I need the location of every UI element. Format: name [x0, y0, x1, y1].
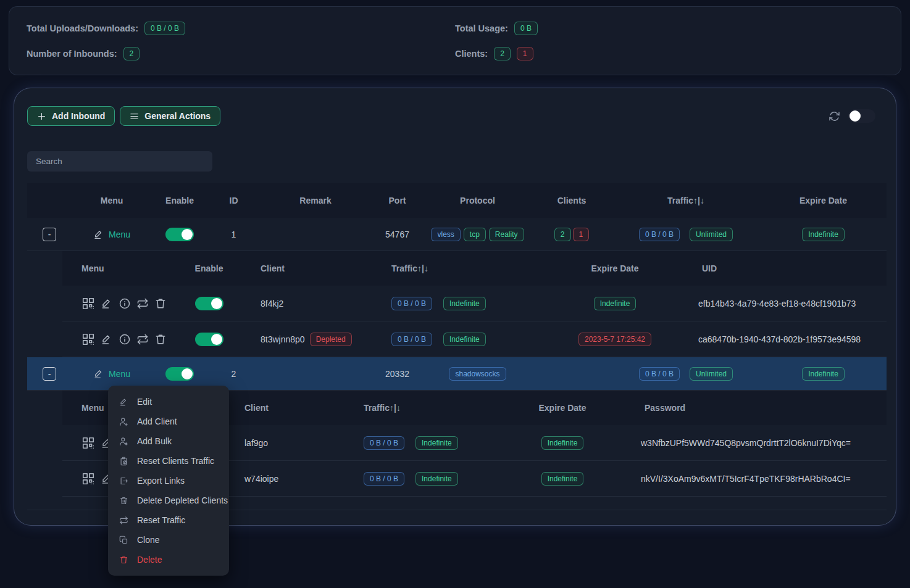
user-add-icon — [119, 417, 128, 426]
clients-active-count: 2 — [494, 47, 511, 60]
clients-depleted-badge: 1 — [573, 228, 590, 241]
client-password: w3NfbzUPf5WWd745Q8pvsmQrdrttT2lO6knuI7Di… — [618, 425, 887, 460]
qrcode-icon[interactable] — [81, 333, 95, 346]
edit-pencil-icon — [93, 229, 104, 240]
general-actions-button[interactable]: General Actions — [120, 106, 220, 126]
collapse-row-button[interactable]: - — [43, 228, 56, 241]
menu-item-add-client[interactable]: Add Client — [108, 412, 229, 431]
inbound-port: 20332 — [371, 357, 424, 390]
traffic-badge: 0 B / 0 B — [639, 228, 680, 241]
protocol-badge: vless — [431, 228, 460, 241]
refresh-icon[interactable] — [829, 110, 840, 122]
menu-item-delete[interactable]: Delete — [108, 550, 229, 569]
inbound-menu-trigger[interactable]: Menu — [93, 368, 130, 379]
info-icon[interactable] — [119, 297, 131, 310]
info-icon[interactable] — [119, 333, 131, 346]
total-usage-label: Total Usage: — [455, 23, 508, 33]
traffic-total-badge: Unlimited — [690, 228, 733, 241]
number-of-inbounds-value: 2 — [123, 47, 140, 60]
client-expire-badge: Indefinite — [594, 297, 637, 310]
menu-item-add-bulk[interactable]: Add Bulk — [108, 431, 229, 451]
expire-badge: Indefinite — [802, 367, 845, 381]
inbound-menu-trigger[interactable]: Menu — [93, 229, 130, 240]
menu-item-edit[interactable]: Edit — [108, 392, 229, 412]
edit-pencil-icon[interactable] — [101, 297, 113, 310]
client-row-8f4kj2: 8f4kj2 0 B / 0 B Indefinite Indefinite e… — [62, 286, 887, 321]
inbound-port: 54767 — [371, 218, 424, 251]
number-of-inbounds-label: Number of Inbounds: — [27, 49, 117, 59]
menu-item-clone[interactable]: Clone — [108, 530, 229, 550]
export-icon — [119, 476, 128, 486]
client-name: laf9go — [235, 425, 346, 460]
delete-icon — [119, 555, 128, 565]
inbound-enable-toggle[interactable] — [165, 367, 194, 381]
header-remark: Remark — [260, 183, 371, 218]
delete-client-icon[interactable] — [154, 333, 167, 346]
client-name: 8f4kj2 — [238, 286, 362, 321]
search-input[interactable] — [27, 151, 212, 172]
security-badge: Reality — [489, 228, 524, 241]
qrcode-icon[interactable] — [81, 436, 95, 450]
collapse-row-button[interactable]: - — [43, 367, 56, 381]
clipboard-reset-icon — [119, 457, 128, 466]
header-expire-date: Expire Date — [544, 251, 686, 286]
header-clients: Clients — [532, 183, 612, 218]
dark-mode-toggle[interactable] — [848, 109, 875, 123]
client-row-8t3wjnn8p0: 8t3wjnn8p0 Depleted 0 B / 0 B Indefinite… — [62, 321, 887, 357]
traffic-badge: 0 B / 0 B — [639, 367, 680, 381]
traffic-total-badge: Unlimited — [690, 367, 733, 381]
clone-icon — [119, 536, 128, 545]
trash-depleted-icon — [119, 496, 128, 505]
delete-client-icon[interactable] — [154, 297, 167, 310]
menu-item-reset-clients-traffic[interactable]: Reset Clients Traffic — [108, 451, 229, 471]
stats-left-column: Total Uploads/Downloads: 0 B / 0 B Numbe… — [27, 19, 455, 62]
reset-traffic-icon[interactable] — [136, 333, 149, 346]
user-bulk-icon — [119, 437, 128, 446]
menu-item-reset-traffic[interactable]: Reset Traffic — [108, 510, 229, 530]
client-traffic-badge: 0 B / 0 B — [364, 436, 404, 450]
client-enable-toggle[interactable] — [195, 333, 223, 346]
expire-badge: Indefinite — [802, 228, 845, 241]
inbound-enable-toggle[interactable] — [165, 228, 194, 241]
client-uid: efb14b43-4a79-4e83-ef18-e48cf1901b73 — [686, 286, 887, 321]
header-menu: Menu — [72, 183, 152, 218]
qrcode-icon[interactable] — [81, 297, 95, 310]
header-traffic[interactable]: Traffic↑|↓ — [362, 251, 544, 286]
header-traffic[interactable]: Traffic↑|↓ — [612, 183, 760, 218]
inbound-id: 1 — [207, 218, 260, 251]
inbound-context-menu: Edit Add Client Add Bulk Reset Clients T… — [108, 386, 229, 576]
header-protocol: Protocol — [424, 183, 532, 218]
client-table-inbound-1: Menu Enable Client Traffic↑|↓ Expire Dat… — [62, 251, 887, 357]
header-traffic[interactable]: Traffic↑|↓ — [346, 391, 507, 425]
protocol-badge: shadowsocks — [449, 367, 506, 381]
client-enable-toggle[interactable] — [195, 297, 223, 310]
menu-lines-icon — [130, 112, 139, 121]
client-uid: ca68470b-1940-437d-802b-1f9573e94598 — [686, 321, 887, 357]
client-traffic-badge: 0 B / 0 B — [391, 297, 432, 310]
add-inbound-button[interactable]: Add Inbound — [27, 106, 115, 126]
reset-traffic-icon — [119, 516, 128, 525]
client-table-header: Menu Enable Client Traffic↑|↓ Expire Dat… — [62, 251, 887, 286]
client-total-badge: Indefinite — [415, 472, 458, 486]
header-expire-date: Expire Date — [760, 183, 887, 218]
header-port: Port — [371, 183, 424, 218]
header-id: ID — [207, 183, 260, 218]
inbound-remark — [260, 357, 371, 390]
edit-pencil-icon[interactable] — [101, 333, 113, 346]
edit-pencil-icon — [93, 368, 104, 379]
inbound-remark — [260, 218, 371, 251]
inbounds-table-header: Menu Enable ID Remark Port Protocol Clie… — [27, 183, 887, 218]
client-expire-badge: 2023-5-7 17:25:42 — [578, 333, 651, 346]
reset-traffic-icon[interactable] — [136, 297, 149, 310]
stats-right-column: Total Usage: 0 B Clients: 2 1 — [455, 19, 883, 62]
toolbar: Add Inbound General Actions — [27, 106, 887, 126]
plus-icon — [37, 112, 46, 121]
inbound-row-1: - Menu 1 54767 vless tcp Reality 2 1 0 — [27, 218, 887, 251]
network-badge: tcp — [464, 228, 486, 241]
client-expire-badge: Indefinite — [541, 472, 584, 486]
qrcode-icon[interactable] — [81, 472, 95, 486]
client-expire-badge: Indefinite — [541, 436, 584, 450]
menu-item-export-links[interactable]: Export Links — [108, 471, 229, 491]
menu-item-delete-depleted-clients[interactable]: Delete Depleted Clients — [108, 491, 229, 510]
client-total-badge: Indefinite — [443, 333, 486, 346]
